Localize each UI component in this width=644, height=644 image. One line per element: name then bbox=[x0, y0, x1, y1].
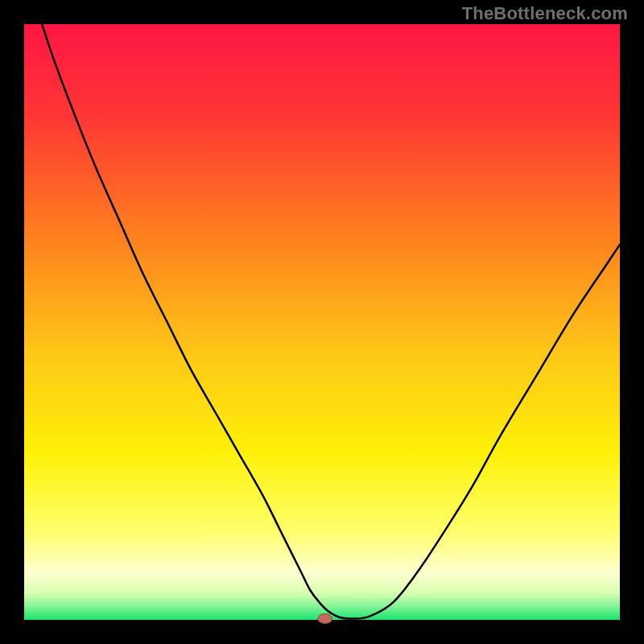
gradient-background bbox=[24, 24, 620, 620]
bottleneck-chart bbox=[0, 0, 644, 644]
chart-frame: TheBottleneck.com bbox=[0, 0, 644, 644]
optimal-point-marker bbox=[318, 614, 332, 624]
